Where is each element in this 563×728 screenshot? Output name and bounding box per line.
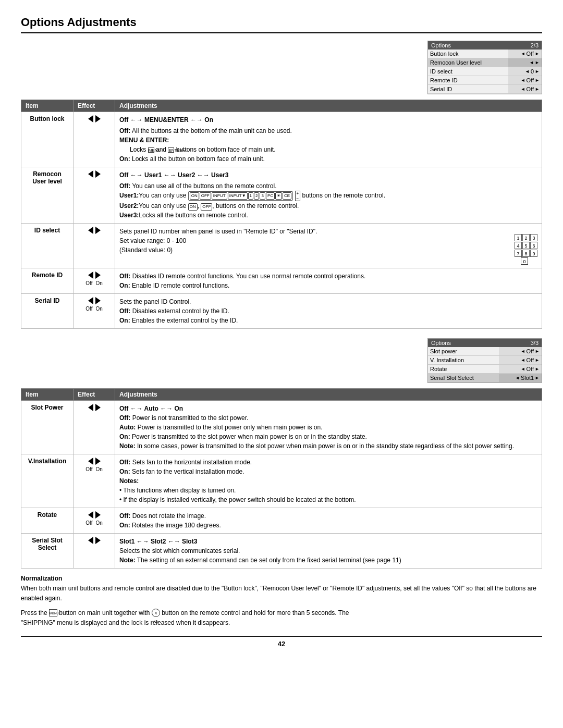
panel-cell-value: ◄ Off ►: [499, 365, 542, 374]
effect-v-installation: OffOn: [74, 454, 115, 508]
effect-remocon: [74, 167, 115, 224]
arrow-right-icon: [95, 227, 101, 234]
panel-row: ID select ◄ 0 ►: [428, 67, 542, 76]
normalization-section: Normalization When both main unit button…: [21, 574, 542, 628]
arrow-left-icon: [88, 537, 93, 544]
adj-remote-id: Off: Disables ID remote control function…: [115, 268, 542, 294]
table-row: Serial ID OffOn Sets the panel ID Contro…: [21, 294, 542, 329]
panel-table-2: Button lock ◄ Off ► Remocon User level ◄…: [428, 50, 542, 94]
table-row: Remote ID OffOn Off: Disables ID remote …: [21, 268, 542, 294]
item-serial-id: Serial ID: [21, 294, 74, 329]
table-row: V.Installation OffOn Off: Sets fan to th…: [21, 454, 542, 508]
effect-remote-id: OffOn: [74, 268, 115, 294]
table-row: ID select Sets panel ID number when pane…: [21, 224, 542, 268]
panel-cell-label: Remote ID: [428, 76, 508, 85]
main-table-2: Item Effect Adjustments Slot Power Off ←…: [21, 388, 542, 569]
panel-cell-value: ◄ Off ►: [499, 347, 542, 356]
arrow-left-icon: [88, 227, 93, 234]
item-slot-power: Slot Power: [21, 401, 74, 454]
item-remocon: RemoconUser level: [21, 167, 74, 224]
adj-remocon: Off ←→ User1 ←→ User2 ←→ User3 Off: You …: [115, 167, 542, 224]
th-adj-1: Adjustments: [115, 100, 542, 112]
panel-cell-label: Slot power: [428, 347, 499, 356]
effect-rotate: OffOn: [74, 508, 115, 534]
panel-cell-label: ID select: [428, 67, 508, 76]
arrow-right-icon: [95, 170, 101, 178]
panel-cell-label: Serial ID: [428, 85, 508, 94]
normalization-text1: When both main unit buttons and remote c…: [21, 584, 542, 603]
arrow-right-icon: [95, 511, 101, 519]
panel-cell-value: ◄ Off ►: [508, 76, 542, 85]
main-table-1: Item Effect Adjustments Button lock Off …: [21, 100, 542, 329]
arrow-right-icon: [95, 272, 101, 279]
panel-row: Remote ID ◄ Off ►: [428, 76, 542, 85]
table-row: Slot Power Off ←→ Auto ←→ On Off: Power …: [21, 401, 542, 454]
item-id-select: ID select: [21, 224, 74, 268]
off-on-label: OffOn: [78, 306, 111, 312]
adj-serial-slot: Slot1 ←→ Slot2 ←→ Slot3 Selects the slot…: [115, 534, 542, 569]
arrow-left-icon: [88, 297, 93, 304]
panel-header-3: Options 3/3: [428, 339, 542, 347]
table-row: Rotate OffOn Off: Does not rotate the im…: [21, 508, 542, 534]
normalization-text3: "SHIPPING" menu is displayed and the loc…: [21, 618, 542, 628]
arrow-right-icon: [95, 404, 101, 411]
panel-cell-label: Button lock: [428, 50, 508, 58]
panel-cell-label: Serial Slot Select: [428, 374, 499, 382]
remote-button-icon: RVOL: [152, 609, 160, 617]
panel-cell-value: ◄ Off ►: [508, 50, 542, 58]
panel-label-2: Options: [431, 42, 451, 48]
effect-id-select: [74, 224, 115, 268]
numpad: 123 456 789: [515, 234, 537, 257]
options-panel-3: Options 3/3 Slot power ◄ Off ► V. Instal…: [427, 338, 542, 383]
th-item-2: Item: [21, 389, 74, 401]
off-on-label: OffOn: [78, 280, 111, 286]
press-line: Press the MENU button on main unit toget…: [21, 608, 542, 618]
adj-serial-id: Sets the panel ID Control. Off: Disables…: [115, 294, 542, 329]
panel-row: Button lock ◄ Off ►: [428, 50, 542, 58]
panel-cell-label: V. Installation: [428, 356, 499, 365]
effect-slot-power: [74, 401, 115, 454]
panel-header-2: Options 2/3: [428, 41, 542, 50]
effect-serial-id: OffOn: [74, 294, 115, 329]
th-item-1: Item: [21, 100, 74, 112]
menu-button-icon: MENU: [49, 609, 57, 616]
panel-table-3: Slot power ◄ Off ► V. Installation ◄ Off…: [428, 347, 542, 382]
panel-cell-label: Remocon User level: [428, 58, 508, 67]
panel-row: Slot power ◄ Off ►: [428, 347, 542, 356]
arrow-right-icon: [95, 537, 101, 544]
table-row: RemoconUser level Off ←→ User1 ←→ User2 …: [21, 167, 542, 224]
adj-v-installation: Off: Sets fan to the horizontal installa…: [115, 454, 542, 508]
adj-id-select: Sets panel ID number when panel is used …: [115, 224, 542, 268]
item-rotate: Rotate: [21, 508, 74, 534]
table-row: Serial SlotSelect Slot1 ←→ Slot2 ←→ Slot…: [21, 534, 542, 569]
item-button-lock: Button lock: [21, 112, 74, 167]
panel-page-3: 3/3: [531, 340, 538, 346]
th-adj-2: Adjustments: [115, 389, 542, 401]
arrow-left-icon: [88, 458, 93, 465]
arrow-left-icon: [88, 404, 93, 411]
panel-row: Rotate ◄ Off ►: [428, 365, 542, 374]
panel-page-2: 2/3: [531, 42, 538, 48]
adj-rotate: Off: Does not rotate the image. On: Rota…: [115, 508, 542, 534]
panel-cell-value: ◄ 0 ►: [508, 67, 542, 76]
panel-cell-value: ◄ Slot1 ►: [499, 374, 542, 382]
panel-label-3: Options: [431, 340, 451, 346]
adj-slot-power: Off ←→ Auto ←→ On Off: Power is not tran…: [115, 401, 542, 454]
effect-serial-slot: [74, 534, 115, 569]
arrow-right-icon: [95, 458, 101, 465]
arrow-left-icon: [88, 170, 93, 178]
page-title: Options Adjustments: [21, 16, 542, 33]
page-number: 42: [21, 636, 542, 648]
item-serial-slot: Serial SlotSelect: [21, 534, 74, 569]
th-effect-1: Effect: [74, 100, 115, 112]
panel-cell-label: Rotate: [428, 365, 499, 374]
arrow-right-icon: [95, 297, 101, 304]
panel-cell-value: ◄ Off ►: [508, 85, 542, 94]
table-row: Button lock Off ←→ MENU&ENTER ←→ On Off:…: [21, 112, 542, 167]
adj-button-lock: Off ←→ MENU&ENTER ←→ On Off: All the but…: [115, 112, 542, 167]
panel-row: Remocon User level ◄ ►: [428, 58, 542, 67]
panel-cell-value: ◄ Off ►: [499, 356, 542, 365]
normalization-title: Normalization: [21, 575, 62, 582]
arrow-left-icon: [88, 511, 93, 519]
effect-button-lock: [74, 112, 115, 167]
